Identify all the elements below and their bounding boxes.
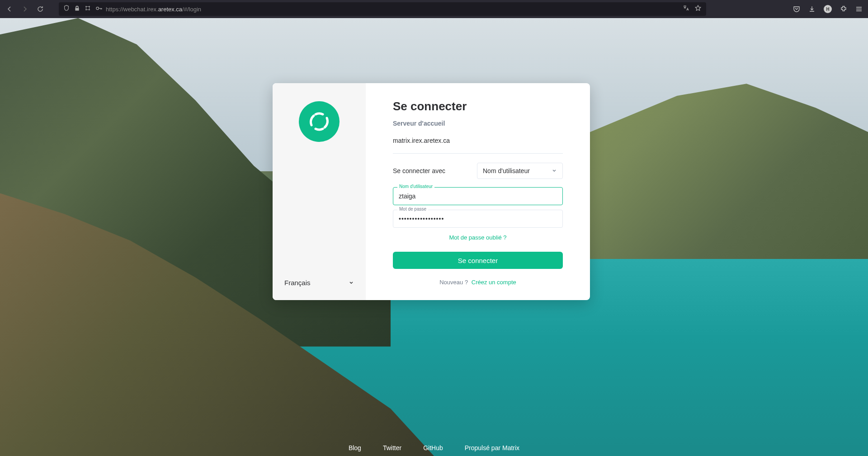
url-text: https://webchat.irex.aretex.ca/#/login <box>106 6 679 13</box>
forgot-password-link[interactable]: Mot de passe oublié ? <box>393 234 563 241</box>
password-field-wrap: Mot de passe <box>393 210 563 228</box>
language-label: Français <box>284 279 311 287</box>
footer-twitter-link[interactable]: Twitter <box>383 444 401 451</box>
login-method-value: Nom d'utilisateur <box>483 167 530 174</box>
downloads-icon[interactable] <box>808 5 816 13</box>
reload-button[interactable] <box>36 5 44 13</box>
browser-toolbar: https://webchat.irex.aretex.ca/#/login H <box>0 0 868 18</box>
username-field-wrap: Nom d'utilisateur <box>393 187 563 205</box>
permissions-icon <box>85 5 91 13</box>
username-input[interactable] <box>393 187 563 205</box>
extensions-icon[interactable] <box>840 5 847 13</box>
login-method-select[interactable]: Nom d'utilisateur <box>477 163 563 179</box>
translate-icon[interactable] <box>683 5 690 14</box>
password-label: Mot de passe <box>397 207 428 212</box>
login-heading: Se connecter <box>393 99 563 113</box>
submit-button[interactable]: Se connecter <box>393 252 563 269</box>
new-user-question: Nouveau ? <box>439 279 468 286</box>
login-method-label: Se connecter avec <box>393 167 445 174</box>
bookmark-star-icon[interactable] <box>694 5 702 14</box>
footer-blog-link[interactable]: Blog <box>349 444 361 451</box>
menu-icon[interactable] <box>855 5 863 13</box>
password-input[interactable] <box>393 210 563 228</box>
footer-github-link[interactable]: GitHub <box>423 444 443 451</box>
language-selector[interactable]: Français <box>273 279 366 287</box>
key-icon <box>95 5 102 14</box>
footer-matrix-link[interactable]: Propulsé par Matrix <box>465 444 519 451</box>
footer-links: Blog Twitter GitHub Propulsé par Matrix <box>0 444 868 451</box>
forward-button[interactable] <box>21 5 29 13</box>
page-content: Français Se connecter Serveur d'accueil … <box>0 18 868 456</box>
chevron-down-icon <box>552 167 557 174</box>
pocket-icon[interactable] <box>793 5 800 13</box>
chevron-down-icon <box>349 279 354 287</box>
account-icon[interactable]: H <box>824 5 832 13</box>
create-account-link[interactable]: Créez un compte <box>472 279 516 286</box>
homeserver-label: Serveur d'accueil <box>393 120 563 127</box>
card-right-panel: Se connecter Serveur d'accueil matrix.ir… <box>366 83 590 300</box>
shield-icon <box>63 5 70 13</box>
app-logo <box>299 101 340 142</box>
lock-icon <box>74 5 80 13</box>
username-label: Nom d'utilisateur <box>397 184 434 189</box>
login-card: Français Se connecter Serveur d'accueil … <box>273 83 590 300</box>
svg-point-4 <box>96 7 99 9</box>
signup-row: Nouveau ? Créez un compte <box>393 279 563 286</box>
homeserver-value: matrix.irex.aretex.ca <box>393 137 563 154</box>
url-bar[interactable]: https://webchat.irex.aretex.ca/#/login <box>59 2 706 16</box>
card-left-panel: Français <box>273 83 366 300</box>
back-button[interactable] <box>5 5 14 13</box>
